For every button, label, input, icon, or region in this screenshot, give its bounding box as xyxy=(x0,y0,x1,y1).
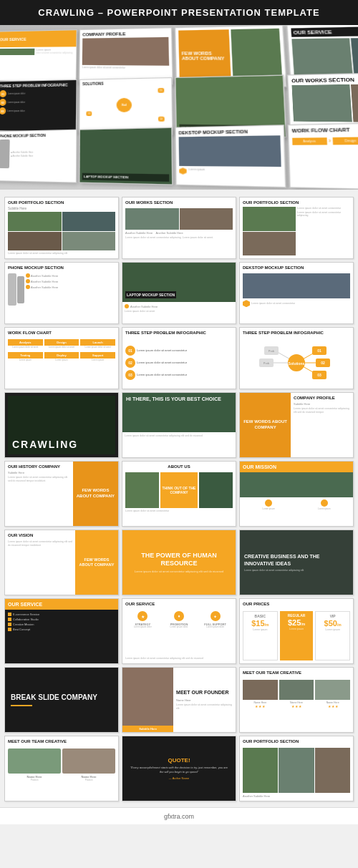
slide-meet-founder: Subtitle Here MEET OUR FOUNDER Name Here… xyxy=(122,667,236,733)
slide-three-step-light: THREE STEP PROBLEM INFOGRAPHIC 01 Lorem … xyxy=(122,327,236,389)
slides-row-4: CRAWLING HI THERE, THIS IS YOUR BEST CHO… xyxy=(4,392,354,458)
persp-slide-7: Solutions Sol 01 02 03 xyxy=(79,77,173,135)
perspective-showcase: OUR SERVICE Lorem ipsum dolor sit amet c… xyxy=(0,25,358,190)
slide-works-1: OUR WORKS SECTION Another Subtitle Here … xyxy=(122,197,236,259)
svg-text:Prob: Prob xyxy=(263,361,270,365)
slide-our-vision: OUR VISION Lorem ipsum dolor sit amet co… xyxy=(4,530,119,595)
slide-title: OUR PORTFOLIO SECTION xyxy=(8,200,115,205)
slides-row-5: OUR HISTORY COMPANY Subtitle Here Lorem … xyxy=(4,461,354,527)
svg-text:01: 01 xyxy=(317,348,321,353)
slide-portfolio-bottom: OUR PORTFOLIO SECTION Another Subtitle H… xyxy=(239,736,354,801)
persp-slide-2: COMPANY PROFILE Lorem ipsum dolor sit am… xyxy=(79,27,173,84)
slide-service-dark: OUR SERVICE E-commerce Service Collabora… xyxy=(4,598,119,664)
persp-slide-14: WORK FLOW CHART Analysis › Design › Laun… xyxy=(287,122,358,190)
page-header: CRAWLING – POWERPOINT PRESENTATION TEMPL… xyxy=(0,0,358,25)
persp-slide-13: DEKSTOP MOCKUP SECTION Lorem ipsum xyxy=(175,125,286,187)
slide-about-us: ABOUT US THINK OUT OF THE COMPANY Lorem … xyxy=(122,461,236,527)
slide-portfolio-1: OUR PORTFOLIO SECTION Subtitle Here Lore… xyxy=(4,197,119,259)
mindmap-svg: Solutions 01 02 03 Prob Prob xyxy=(243,343,350,383)
slides-row-8: BREAK SLIDE COMPANY Subtitle Here MEET O… xyxy=(4,667,354,733)
watermark-text: gfxtra.com xyxy=(164,813,194,820)
slide-crawling-dark: CRAWLING xyxy=(4,392,119,458)
slides-row-2: PHONE MOCKUP SECTION Another Subtitle He… xyxy=(4,262,354,324)
slide-workflow: WORK FLOW CHART Analysis Lorem ipsum dol… xyxy=(4,327,119,389)
page-title: CRAWLING – POWERPOINT PRESENTATION TEMPL… xyxy=(38,7,319,18)
slide-title: THREE STEP PROBLEM INFOGRAPHIC xyxy=(125,331,233,336)
slide-title: DEKSTOP MOCKUP SECTION xyxy=(243,265,350,270)
slide-prices: OUR PRICES BASIC $15/m Lorem ipsum REGUL… xyxy=(239,598,354,664)
slides-row-9: MEET OUR TEAM CREATIVE Name Here Positio… xyxy=(4,736,354,801)
slide-meet-team-1: MEET OUR TEAM CREATIVE Name Here ★ ★ ★ N xyxy=(239,667,354,733)
slide-break-company: BREAK SLIDE COMPANY xyxy=(4,667,119,733)
slide-title: PHONE MOCKUP SECTION xyxy=(8,265,115,270)
svg-text:02: 02 xyxy=(321,361,325,365)
slides-row-6: OUR VISION Lorem ipsum dolor sit amet co… xyxy=(4,530,354,595)
persp-slide-12: LAPTOP MOCKUP SECTION xyxy=(79,127,173,185)
slide-desktop-mock: DEKSTOP MOCKUP SECTION Lorem ipsum dolor… xyxy=(239,262,354,324)
persp-slide-6: THREE STEP PROBLEM INFOGRAPHIC 01 Lorem … xyxy=(0,79,77,133)
footer-watermark: gfxtra.com xyxy=(0,807,358,824)
slide-phone-mock: PHONE MOCKUP SECTION Another Subtitle He… xyxy=(4,262,119,324)
slides-row-3: WORK FLOW CHART Analysis Lorem ipsum dol… xyxy=(4,327,354,389)
svg-text:Solutions: Solutions xyxy=(289,361,305,366)
svg-text:Prob: Prob xyxy=(268,349,275,353)
slide-three-step-orange: THREE STEP PROBLEM INFOGRAPHIC Solutions… xyxy=(239,327,354,389)
slide-hi-there: HI THERE, THIS IS YOUR BEST CHOICE Lorem… xyxy=(122,392,236,458)
slide-title: WORK FLOW CHART xyxy=(8,331,115,336)
slide-our-history: OUR HISTORY COMPANY Subtitle Here Lorem … xyxy=(4,461,119,527)
slide-laptop-mock: LAPTOP MOCKUP SECTION Another Subtitle H… xyxy=(122,262,236,324)
slide-meet-team-2: MEET OUR TEAM CREATIVE Name Here Positio… xyxy=(4,736,119,801)
slides-row-7: OUR SERVICE E-commerce Service Collabora… xyxy=(4,598,354,664)
slide-our-mission: OUR MISSION Lorem ipsum Lorem ipsum xyxy=(239,461,354,527)
slide-portfolio-2: OUR PORTFOLIO SECTION Lorem ipsum dolor … xyxy=(239,197,354,259)
slide-quote: QUOTE! "Every accomplishment starts with… xyxy=(122,736,236,801)
slide-service-list: OUR SERVICE ★ STRATEGY Lorem ipsum dolor… xyxy=(122,598,236,664)
slides-grid-container: OUR PORTFOLIO SECTION Subtitle Here Lore… xyxy=(0,194,358,807)
slide-title: OUR WORKS SECTION xyxy=(125,200,233,205)
slides-row-1: OUR PORTFOLIO SECTION Subtitle Here Lore… xyxy=(4,197,354,259)
slide-title: THREE STEP PROBLEM INFOGRAPHIC xyxy=(243,331,350,336)
persp-slide-1: OUR SERVICE Lorem ipsum dolor sit amet c… xyxy=(0,29,77,82)
slide-creative-biz: CREATIVE BUSINESS AND THE INNOVATIVE IDE… xyxy=(239,530,354,595)
persp-slide-11: PHONE MOCKUP SECTION ■ Another Subtitle … xyxy=(0,130,77,183)
slide-company-profile: FEW WORDS ABOUT COMPANY COMPANY PROFILE … xyxy=(239,392,354,458)
slide-title: OUR PORTFOLIO SECTION xyxy=(243,200,350,205)
slide-power-hr: THE POWER OF HUMAN RESOURCE Lorem ipsum … xyxy=(122,530,236,595)
slide-subtitle: Subtitle Here xyxy=(8,207,115,210)
svg-text:03: 03 xyxy=(317,373,321,377)
